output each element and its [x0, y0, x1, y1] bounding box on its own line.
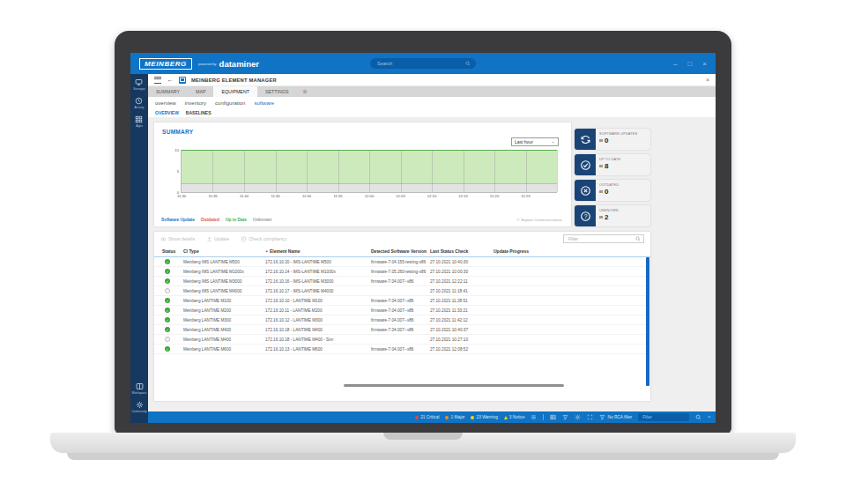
- statusbar-filter[interactable]: [638, 413, 689, 421]
- column-header-status[interactable]: Status: [154, 248, 181, 254]
- subnav-software[interactable]: software: [254, 100, 274, 106]
- cell-last-check: 27.10.2021 10:27:10: [427, 337, 491, 342]
- view-overview[interactable]: OVERVIEW: [155, 110, 179, 115]
- subnav-configuration[interactable]: configuration: [215, 100, 245, 106]
- legend-outdated[interactable]: Outdated: [201, 218, 219, 222]
- tab-map[interactable]: MAP: [188, 86, 213, 97]
- alarm-count-critical[interactable]: 21 Critical: [415, 415, 439, 419]
- rail-item-workspace[interactable]: Workspace: [131, 382, 146, 395]
- back-icon[interactable]: ←: [167, 77, 174, 84]
- filter-funnel-icon[interactable]: [562, 414, 568, 420]
- alarm-count-major[interactable]: 1 Major: [445, 415, 464, 419]
- tab-equipment[interactable]: EQUIPMENT: [213, 86, 257, 97]
- column-label: Last Status Check: [430, 248, 468, 254]
- column-header-last-status-check[interactable]: Last Status Check: [427, 248, 491, 254]
- cell-status: ✓: [154, 308, 181, 313]
- subnav: overviewinventoryconfigurationsoftware: [148, 97, 716, 108]
- horizontal-scrollbar[interactable]: [344, 384, 564, 387]
- vertical-scrollbar[interactable]: [646, 257, 649, 386]
- table-row[interactable]: ✓Meinberg IMS LANTIME M3000172.16.10.16 …: [154, 277, 650, 286]
- laptop-notch: [383, 433, 463, 440]
- table-row[interactable]: ✓Meinberg IMS LANTIME M500172.16.10.20 -…: [154, 257, 650, 267]
- time-range-select[interactable]: Last hour: [511, 137, 559, 146]
- status-ok-icon: ✓: [165, 308, 170, 313]
- chart-legend: Software UpdateOutdatedUp to DateUnknown: [161, 218, 272, 222]
- time-range-value: Last hour: [515, 139, 533, 145]
- tab-settings[interactable]: SETTINGS: [257, 86, 297, 97]
- table-filter-input[interactable]: [567, 235, 634, 242]
- rail-item-activity[interactable]: Activity: [133, 97, 145, 109]
- alarm-list-icon[interactable]: [531, 414, 537, 420]
- rail-item-community[interactable]: Community: [131, 401, 146, 413]
- column-header-ci-type[interactable]: CI Type: [181, 248, 263, 254]
- column-header-detected-software-version[interactable]: Detected Software Version: [368, 248, 427, 254]
- close-button[interactable]: ×: [702, 60, 707, 68]
- expand-icon[interactable]: [587, 414, 593, 420]
- chevron-up-icon[interactable]: ^: [708, 415, 710, 420]
- rail-item-surveyor[interactable]: Surveyor: [133, 78, 145, 91]
- x-tick-label: 11:30: [177, 194, 186, 198]
- tile-unknown[interactable]: ?UNKNOWN2: [575, 205, 650, 226]
- legend-unknown[interactable]: Unknown: [253, 218, 272, 222]
- chart-gridline: [401, 150, 402, 192]
- column-header-element-name[interactable]: ▲Element Name: [263, 248, 368, 254]
- search-icon[interactable]: [635, 236, 641, 241]
- cell-status: ✓: [154, 317, 181, 322]
- tile-value: 0: [605, 137, 608, 145]
- status-unknown-icon: ?: [165, 288, 170, 293]
- legend-up-to-date[interactable]: Up to Date: [226, 218, 247, 222]
- rail-item-label: Apps: [136, 124, 143, 128]
- cell-version: firmware-7.04.007--x86: [368, 308, 427, 313]
- table-row[interactable]: ✓Meinberg LANTIME M300172.16.10.12 - LAN…: [154, 315, 650, 325]
- table-filter[interactable]: [563, 234, 644, 243]
- alarm-count-notice[interactable]: 3 Notice: [504, 415, 525, 419]
- column-header-update-progress[interactable]: Update Progress: [491, 248, 642, 254]
- table-row[interactable]: ✓Meinberg LANTIME M600172.16.10.13 - LAN…: [154, 345, 650, 354]
- statusbar-filter-input[interactable]: [641, 414, 686, 420]
- unknown-icon: ?: [575, 205, 596, 226]
- subnav-overview[interactable]: overview: [155, 100, 176, 106]
- grid-view-icon[interactable]: [550, 414, 556, 420]
- tab-summary[interactable]: SUMMARY: [148, 86, 188, 97]
- app-close-icon[interactable]: ×: [706, 77, 709, 83]
- eye-icon: [160, 236, 167, 242]
- minimize-button[interactable]: –: [673, 60, 677, 68]
- tabstrip: SUMMARYMAPEQUIPMENTSETTINGS: [148, 86, 716, 97]
- cell-ci-type: Meinberg LANTIME M600: [181, 347, 263, 352]
- menu-icon[interactable]: [154, 77, 161, 84]
- upload-icon: [206, 236, 212, 242]
- tile-up-to-date[interactable]: UP TO DATE8: [575, 154, 650, 175]
- table-row[interactable]: ?Meinberg IMS LANTIME M4000172.16.10.17 …: [154, 286, 650, 296]
- severity-dot: [415, 416, 419, 419]
- tile-software-updates[interactable]: SOFTWARE UPDATES0: [575, 129, 650, 150]
- legend-software-update[interactable]: Software Update: [161, 218, 195, 222]
- chart-gridline: [276, 150, 277, 192]
- severity-square: [599, 190, 603, 194]
- maximize-button[interactable]: □: [687, 60, 692, 68]
- alarm-count-warning[interactable]: 23 Warning: [471, 415, 497, 419]
- table-row[interactable]: ?Meinberg LANTIME M400172.16.10.18 - LAN…: [154, 335, 650, 345]
- table-row[interactable]: ✓Meinberg LANTIME M400172.16.10.18 - LAN…: [154, 325, 650, 335]
- chart-gridline: [338, 150, 339, 192]
- subnav-inventory[interactable]: inventory: [185, 100, 206, 106]
- cell-status: ?: [154, 337, 181, 342]
- x-tick-label: 11:35: [208, 194, 217, 198]
- chart-gridline: [307, 150, 308, 192]
- table-row[interactable]: ✓Meinberg LANTIME M100172.16.10.10 - LAN…: [154, 296, 650, 306]
- rca-filter[interactable]: No RCA filter: [599, 414, 632, 420]
- view-baselines[interactable]: BASELINES: [186, 110, 212, 115]
- search-icon[interactable]: [695, 414, 701, 420]
- toolbar-check-compliancy[interactable]: Check compliancy: [241, 236, 286, 242]
- apps-icon: [135, 115, 143, 123]
- table-row[interactable]: ✓Meinberg LANTIME M200172.16.10.11 - LAN…: [154, 306, 650, 315]
- toolbar-update[interactable]: Update: [206, 236, 229, 242]
- x-tick-label: 12:15: [458, 194, 467, 198]
- tile-outdated[interactable]: OUTDATED0: [575, 180, 650, 201]
- global-search[interactable]: [370, 58, 476, 69]
- tab-options-gear-icon[interactable]: [296, 86, 314, 97]
- table-row[interactable]: ✓Meinberg IMS LANTIME M1000x172.16.10.14…: [154, 267, 650, 277]
- rail-item-apps[interactable]: Apps: [133, 115, 145, 128]
- gear-icon[interactable]: [575, 414, 581, 420]
- toolbar-show-details[interactable]: Show details: [160, 236, 195, 242]
- global-search-input[interactable]: [375, 60, 463, 67]
